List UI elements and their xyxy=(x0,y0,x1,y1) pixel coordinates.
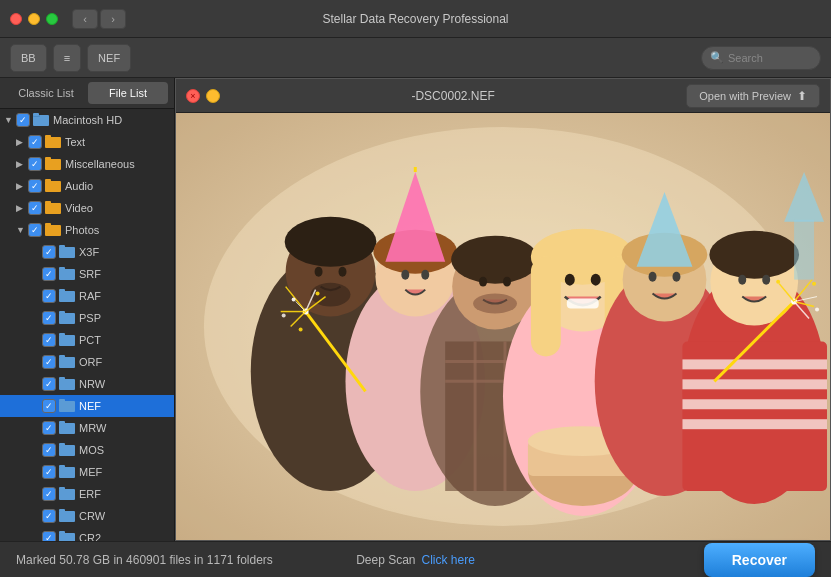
search-box[interactable]: 🔍 xyxy=(701,46,821,70)
folder-icon-video xyxy=(45,200,61,216)
checkbox-orf[interactable] xyxy=(42,355,56,369)
checkbox-video[interactable] xyxy=(28,201,42,215)
svg-rect-5 xyxy=(45,159,61,170)
tree-item-srf[interactable]: SRF xyxy=(0,263,174,285)
toolbar-btn-list[interactable]: ≡ xyxy=(53,44,81,72)
arrow-icon: ▼ xyxy=(16,225,28,235)
tree-item-nef[interactable]: NEF xyxy=(0,395,174,417)
checkbox-mrw[interactable] xyxy=(42,421,56,435)
recover-button[interactable]: Recover xyxy=(704,543,815,577)
checkbox-photos[interactable] xyxy=(28,223,42,237)
tree-item-crw[interactable]: CRW xyxy=(0,505,174,527)
tree-item-raf[interactable]: RAF xyxy=(0,285,174,307)
tree-item-nrw[interactable]: NRW xyxy=(0,373,174,395)
svg-rect-22 xyxy=(59,333,65,336)
status-center: Deep Scan Click here xyxy=(356,553,475,567)
svg-rect-34 xyxy=(59,465,65,468)
folder-icon-x3f xyxy=(59,244,75,260)
svg-rect-10 xyxy=(45,201,51,204)
svg-rect-26 xyxy=(59,377,65,380)
checkbox-pct[interactable] xyxy=(42,333,56,347)
folder-icon-audio xyxy=(45,178,61,194)
tree-item-x3f[interactable]: X3F xyxy=(0,241,174,263)
tab-classic-list[interactable]: Classic List xyxy=(6,82,86,104)
tree-item-mrw[interactable]: MRW xyxy=(0,417,174,439)
tree-item-photos[interactable]: ▼ Photos xyxy=(0,219,174,241)
checkbox-erf[interactable] xyxy=(42,487,56,501)
folder-icon-raf xyxy=(59,288,75,304)
svg-rect-123 xyxy=(176,113,830,540)
svg-rect-19 xyxy=(59,313,75,324)
checkbox-audio[interactable] xyxy=(28,179,42,193)
checkbox-misc[interactable] xyxy=(28,157,42,171)
back-button[interactable]: ‹ xyxy=(72,9,98,29)
tree-item-macintosh-hd[interactable]: ▼ Macintosh HD xyxy=(0,109,174,131)
tree-item-cr2[interactable]: CR2 xyxy=(0,527,174,541)
forward-button[interactable]: › xyxy=(100,9,126,29)
preview-filename: -DSC0002.NEF xyxy=(226,89,680,103)
tab-file-list[interactable]: File List xyxy=(88,82,168,104)
checkbox-nrw[interactable] xyxy=(42,377,56,391)
checkbox-x3f[interactable] xyxy=(42,245,56,259)
label-macintosh-hd: Macintosh HD xyxy=(53,114,122,126)
tree-item-misc[interactable]: ▶ Miscellaneous xyxy=(0,153,174,175)
svg-rect-39 xyxy=(59,533,75,541)
tree-item-psp[interactable]: PSP xyxy=(0,307,174,329)
maximize-button[interactable] xyxy=(46,13,58,25)
checkbox-cr2[interactable] xyxy=(42,531,56,541)
svg-rect-7 xyxy=(45,181,61,192)
checkbox-mef[interactable] xyxy=(42,465,56,479)
tree-item-orf[interactable]: ORF xyxy=(0,351,174,373)
title-bar: ‹ › Stellar Data Recovery Professional xyxy=(0,0,831,38)
tree-item-mos[interactable]: MOS xyxy=(0,439,174,461)
checkbox-macintosh-hd[interactable] xyxy=(16,113,30,127)
svg-rect-30 xyxy=(59,421,65,424)
tree-item-text[interactable]: ▶ Text xyxy=(0,131,174,153)
svg-rect-11 xyxy=(45,225,61,236)
checkbox-mos[interactable] xyxy=(42,443,56,457)
preview-image xyxy=(176,113,830,540)
label-erf: ERF xyxy=(79,488,101,500)
tree-item-audio[interactable]: ▶ Audio xyxy=(0,175,174,197)
tree-item-video[interactable]: ▶ Video xyxy=(0,197,174,219)
folder-icon-pct xyxy=(59,332,75,348)
preview-close-button[interactable]: × xyxy=(186,89,200,103)
label-psp: PSP xyxy=(79,312,101,324)
checkbox-raf[interactable] xyxy=(42,289,56,303)
folder-icon-macintosh-hd xyxy=(33,112,49,128)
svg-rect-18 xyxy=(59,289,65,292)
click-here-link[interactable]: Click here xyxy=(422,553,475,567)
toolbar-btn-nef[interactable]: NEF xyxy=(87,44,131,72)
svg-rect-4 xyxy=(45,135,51,138)
checkbox-text[interactable] xyxy=(28,135,42,149)
label-crw: CRW xyxy=(79,510,105,522)
svg-rect-14 xyxy=(59,245,65,248)
svg-rect-24 xyxy=(59,355,65,358)
checkbox-crw[interactable] xyxy=(42,509,56,523)
toolbar-nef-label: NEF xyxy=(98,52,120,64)
checkbox-nef[interactable] xyxy=(42,399,56,413)
tree-item-mef[interactable]: MEF xyxy=(0,461,174,483)
share-icon: ⬆ xyxy=(797,89,807,103)
label-srf: SRF xyxy=(79,268,101,280)
folder-icon-mrw xyxy=(59,420,75,436)
folder-icon-orf xyxy=(59,354,75,370)
open-with-preview-button[interactable]: Open with Preview ⬆ xyxy=(686,84,820,108)
preview-min-button[interactable] xyxy=(206,89,220,103)
checkbox-srf[interactable] xyxy=(42,267,56,281)
svg-rect-6 xyxy=(45,157,51,160)
label-x3f: X3F xyxy=(79,246,99,258)
toolbar-btn-bb[interactable]: BB xyxy=(10,44,47,72)
label-nrw: NRW xyxy=(79,378,105,390)
sidebar: Classic List File List ▼ Macintosh HD ▶ … xyxy=(0,78,175,541)
tree-item-erf[interactable]: ERF xyxy=(0,483,174,505)
tree-item-pct[interactable]: PCT xyxy=(0,329,174,351)
minimize-button[interactable] xyxy=(28,13,40,25)
checkbox-psp[interactable] xyxy=(42,311,56,325)
close-button[interactable] xyxy=(10,13,22,25)
search-input[interactable] xyxy=(728,52,808,64)
svg-rect-12 xyxy=(45,223,51,226)
folder-icon-crw xyxy=(59,508,75,524)
svg-rect-17 xyxy=(59,291,75,302)
toolbar: BB ≡ NEF 🔍 xyxy=(0,38,831,78)
